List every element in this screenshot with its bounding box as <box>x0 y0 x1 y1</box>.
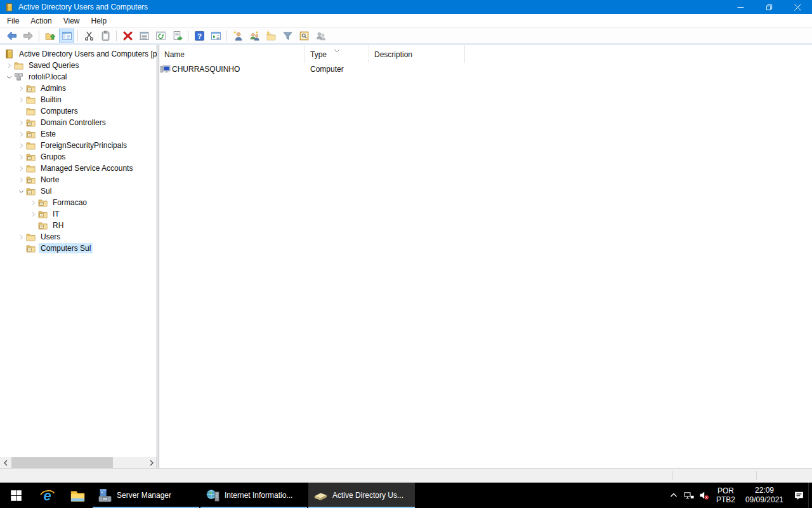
chevron-right-icon[interactable] <box>29 198 38 208</box>
advanced-users-button[interactable] <box>313 29 328 43</box>
new-user-button[interactable]: ★ <box>230 29 246 43</box>
show-window-button[interactable] <box>208 29 223 43</box>
tree-item-active-directory-users-and-computers-ph[interactable]: Active Directory Users and Computers [ph <box>0 48 157 60</box>
menu-file[interactable]: File <box>1 15 25 27</box>
tree-item-computers-sul[interactable]: Computers Sul <box>0 243 157 254</box>
column-header-name[interactable]: Name <box>159 45 305 63</box>
chevron-right-icon[interactable] <box>16 164 26 173</box>
minimize-button[interactable] <box>726 0 755 14</box>
scrollbar-thumb[interactable] <box>11 457 113 468</box>
clock-time: 22:09 <box>745 486 783 495</box>
ie-icon: e <box>39 488 55 504</box>
tree-item-foreignsecurityprincipals[interactable]: ForeignSecurityPrincipals <box>0 140 157 151</box>
language-indicator[interactable]: POR PTB2 <box>712 486 740 504</box>
tree-item-label: Admins <box>39 83 68 93</box>
new-ou-button[interactable]: ★ <box>263 29 278 43</box>
tree-item-grupos[interactable]: Grupos <box>0 151 157 163</box>
chevron-right-icon[interactable] <box>16 84 26 93</box>
tree-item-managed-service-accounts[interactable]: Managed Service Accounts <box>0 163 157 174</box>
back-button[interactable] <box>4 29 19 43</box>
tree-horizontal-scrollbar[interactable] <box>0 457 157 468</box>
export-list-button[interactable] <box>169 29 185 43</box>
chevron-right-icon[interactable] <box>16 95 26 105</box>
toolbar-separator <box>226 30 227 41</box>
taskbar-clock[interactable]: 22:09 09/09/2021 <box>740 486 789 505</box>
chevron-right-icon[interactable] <box>16 118 26 128</box>
sort-chevron-down-icon <box>333 46 341 50</box>
console-root-icon <box>4 50 14 58</box>
scrollbar-track[interactable] <box>11 457 146 468</box>
chevron-right-icon[interactable] <box>16 232 26 242</box>
tray-chevron-up-icon[interactable] <box>666 483 681 508</box>
tree-item-label: Users <box>39 232 62 242</box>
folder-icon <box>26 164 36 173</box>
menu-help[interactable]: Help <box>86 15 113 27</box>
details-pane: NameTypeDescription CHURRASQUINHOCompute… <box>159 45 812 468</box>
filter-button[interactable] <box>280 29 295 43</box>
taskbar-button-server-manager[interactable]: Server Manager <box>93 483 199 508</box>
tree-item-label: Computers <box>39 106 80 116</box>
ou-icon <box>38 198 48 207</box>
show-console-tree-button[interactable] <box>59 29 74 43</box>
chevron-right-icon[interactable] <box>4 61 14 70</box>
tree-item-norte[interactable]: Norte <box>0 174 157 185</box>
tree-item-label: Managed Service Accounts <box>39 163 134 173</box>
forward-button[interactable] <box>20 29 36 43</box>
scroll-left-arrow-icon[interactable] <box>0 457 11 468</box>
column-header-type[interactable]: Type <box>305 45 369 63</box>
folder-icon <box>26 95 36 104</box>
tree-item-admins[interactable]: Admins <box>0 83 157 94</box>
tree-item-sul[interactable]: Sul <box>0 185 157 197</box>
show-desktop-strip[interactable] <box>808 483 812 508</box>
close-button[interactable] <box>783 0 812 14</box>
taskbar-button-internet-informatio[interactable]: Internet Informatio... <box>200 483 307 508</box>
quick-launch-file-explorer-icon[interactable] <box>62 483 93 508</box>
chevron-right-icon[interactable] <box>16 130 26 139</box>
delete-button[interactable] <box>120 29 135 43</box>
red-x-icon <box>122 30 133 41</box>
menu-view[interactable]: View <box>58 15 86 27</box>
tree-item-computers[interactable]: Computers <box>0 105 157 117</box>
quick-launch-ie-icon[interactable]: e <box>32 483 62 508</box>
tree-item-este[interactable]: Este <box>0 128 157 140</box>
column-header-description[interactable]: Description <box>369 45 465 63</box>
chevron-right-icon[interactable] <box>16 175 26 185</box>
tree-item-rh[interactable]: RH <box>0 220 157 231</box>
console-tree-icon <box>62 30 72 41</box>
chevron-down-icon[interactable] <box>16 187 26 196</box>
tree-item-it[interactable]: IT <box>0 208 157 220</box>
taskbar-button-active-directory-us[interactable]: Active Directory Us... <box>308 483 415 508</box>
new-group-button[interactable]: ★ <box>247 29 262 43</box>
help-button[interactable]: ? <box>192 29 207 43</box>
tree-item-builtin[interactable]: Builtin <box>0 94 157 105</box>
action-center-button[interactable] <box>789 483 808 508</box>
back-arrow-icon <box>6 30 17 41</box>
find-button[interactable] <box>296 29 311 43</box>
network-icon <box>684 490 694 500</box>
computer-icon <box>160 64 171 74</box>
cell-type: Computer <box>305 63 369 76</box>
refresh-button[interactable] <box>153 29 168 43</box>
chevron-right-icon[interactable] <box>16 141 26 150</box>
properties-button[interactable] <box>136 29 152 43</box>
tree-item-label: Computers Sul <box>39 243 93 253</box>
chevron-down-icon[interactable] <box>4 72 14 82</box>
chevron-right-icon[interactable] <box>16 152 26 162</box>
chevron-right-icon[interactable] <box>29 210 38 219</box>
tree-item-formacao[interactable]: Formacao <box>0 197 157 208</box>
tree-item-label: Este <box>39 129 58 139</box>
tray-volume-muted-icon[interactable] <box>697 483 712 508</box>
tree-item-users[interactable]: Users <box>0 231 157 243</box>
cut-button[interactable] <box>81 29 96 43</box>
up-one-level-button[interactable] <box>43 29 58 43</box>
tree-item-saved-queries[interactable]: Saved Queries <box>0 60 157 71</box>
tree-item-rotolip-local[interactable]: rotoliP.local <box>0 71 157 83</box>
scroll-right-arrow-icon[interactable] <box>146 457 157 468</box>
paste-button[interactable] <box>98 29 113 43</box>
list-item-churrasquinho[interactable]: CHURRASQUINHOComputer <box>159 63 812 76</box>
restore-button[interactable] <box>755 0 783 14</box>
tray-network-icon[interactable] <box>681 483 697 508</box>
tree-item-domain-controllers[interactable]: Domain Controllers <box>0 117 157 128</box>
menu-action[interactable]: Action <box>25 15 57 27</box>
start-button[interactable] <box>0 483 32 508</box>
